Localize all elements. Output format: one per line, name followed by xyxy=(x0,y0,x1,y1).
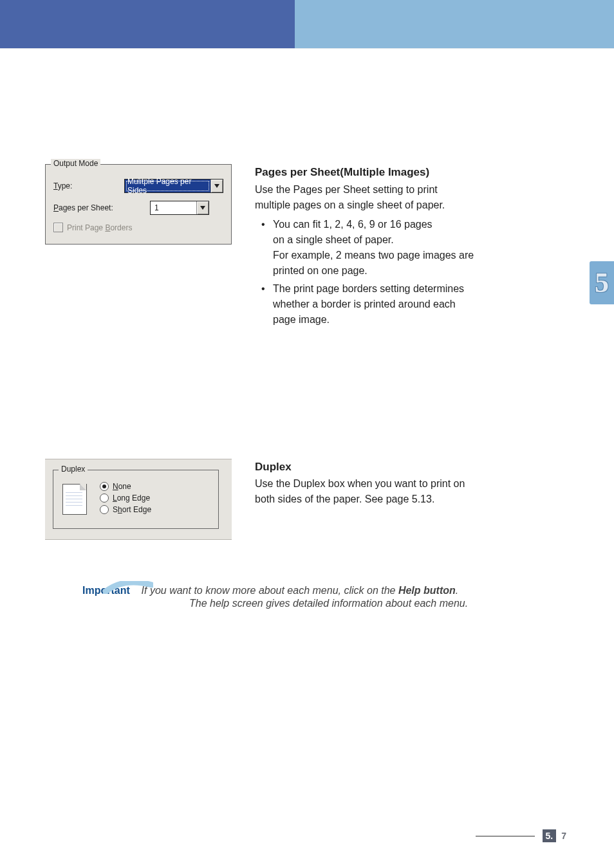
page-icon xyxy=(61,482,88,515)
swoosh-icon xyxy=(103,581,153,594)
section-duplex: Duplex None xyxy=(45,459,569,540)
bullet-item: You can fit 1, 2, 4, 6, 9 or 16 pages on… xyxy=(273,217,569,279)
duplex-panel-wrap: Duplex None xyxy=(45,459,232,540)
duplex-long-edge-label: Long Edge xyxy=(113,494,150,503)
duplex-legend: Duplex xyxy=(59,465,88,474)
important-note: Important If you want to know more about… xyxy=(45,585,569,609)
section-pages-per-sheet: Output Mode Type: Mulitple Pages per Sid… xyxy=(45,164,569,330)
pages-per-sheet-dropdown[interactable]: 1 xyxy=(150,201,209,215)
chevron-down-icon[interactable] xyxy=(210,180,223,192)
type-label: Type: xyxy=(53,181,124,190)
page-number-minor: 7 xyxy=(561,831,566,841)
duplex-short-edge-radio[interactable] xyxy=(100,505,109,514)
page-footer: 5.7 xyxy=(476,829,566,842)
page-number-major: 5. xyxy=(543,829,557,842)
type-dropdown-value: Mulitple Pages per Sides xyxy=(125,180,210,192)
pages-per-sheet-description: Pages per Sheet(Multiple Images) Use the… xyxy=(255,164,569,330)
print-page-borders-label: Print Page Borders xyxy=(67,223,132,232)
duplex-description: Duplex Use the Duplex box when you want … xyxy=(255,459,569,508)
output-mode-legend: Output Mode xyxy=(51,159,100,168)
pages-per-sheet-heading: Pages per Sheet(Multiple Images) xyxy=(255,164,569,181)
duplex-none-label: None xyxy=(113,482,131,491)
footer-rule xyxy=(476,836,535,836)
print-page-borders-checkbox[interactable] xyxy=(53,223,63,232)
header-accent xyxy=(0,0,295,48)
print-page-borders-row: Print Page Borders xyxy=(53,223,223,232)
duplex-groupbox: Duplex None xyxy=(53,470,219,529)
duplex-heading: Duplex xyxy=(255,459,569,476)
pages-per-sheet-label: Pages per Sheet: xyxy=(53,203,150,212)
output-mode-groupbox: Output Mode Type: Mulitple Pages per Sid… xyxy=(45,164,232,245)
duplex-none-radio[interactable] xyxy=(100,482,109,491)
chevron-down-icon[interactable] xyxy=(196,201,209,214)
bullet-item: The print page borders setting determine… xyxy=(273,281,569,328)
pages-per-sheet-value: 1 xyxy=(151,201,196,214)
type-dropdown[interactable]: Mulitple Pages per Sides xyxy=(124,179,223,193)
header-band xyxy=(0,0,614,48)
duplex-short-edge-label: Short Edge xyxy=(113,505,151,514)
duplex-long-edge-radio[interactable] xyxy=(100,494,109,503)
